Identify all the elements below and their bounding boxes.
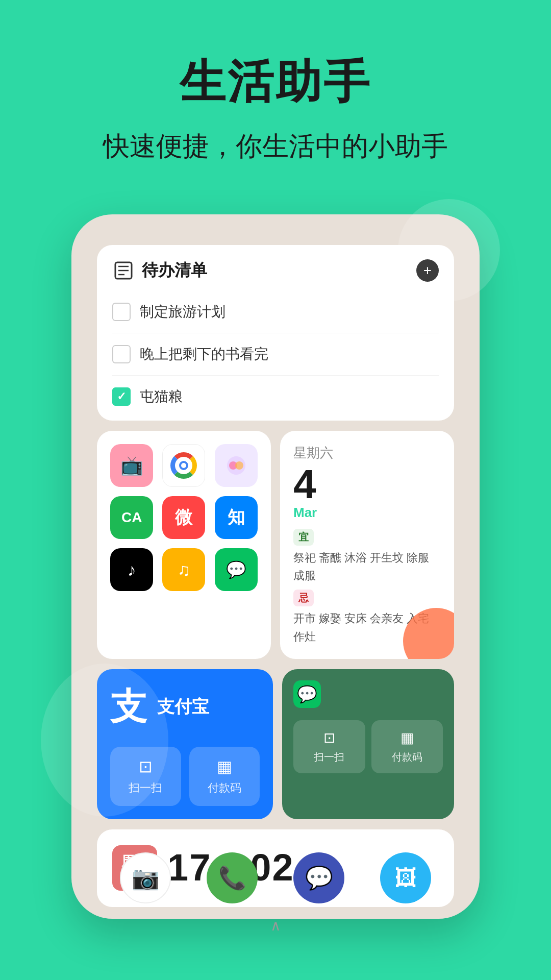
app-ca[interactable]: CA — [110, 496, 153, 539]
decorative-blob-top — [398, 199, 500, 301]
todo-item-1[interactable]: 制定旅游计划 — [112, 291, 439, 333]
yi-badge: 宜 — [293, 529, 314, 546]
gallery-icon: 🖼 — [394, 865, 417, 891]
app-grid: 📺 CA — [110, 444, 258, 591]
wechat-pay-button[interactable]: ▦ 付款码 — [371, 720, 443, 773]
camera-icon: 📷 — [132, 865, 160, 891]
todo-text-3: 屯猫粮 — [140, 387, 183, 406]
app-tiktok[interactable]: ♪ — [110, 548, 153, 591]
app-chrome[interactable] — [162, 444, 205, 487]
dock-camera[interactable]: 📷 — [120, 852, 171, 903]
app-subtitle: 快速便捷，你生活中的小助手 — [0, 129, 551, 164]
alipay-pay-label: 付款码 — [208, 780, 241, 796]
calendar-month: Mar — [293, 505, 441, 521]
calendar-widget: 星期六 4 Mar 宜 祭祀 斋醮 沐浴 开生坟 除服 成服 忌 开市 嫁娶 安… — [280, 431, 454, 659]
chevron-up[interactable]: ∧ — [97, 917, 454, 934]
bilibili-icon: 📺 — [120, 455, 143, 476]
wechat-icon: 💬 — [226, 560, 246, 579]
app-music[interactable]: ♫ — [162, 548, 205, 591]
message-icon: 💬 — [305, 865, 333, 891]
music-icon: ♫ — [178, 560, 191, 580]
app-zhihu[interactable]: 知 — [215, 496, 258, 539]
dock-message[interactable]: 💬 — [293, 852, 344, 903]
app-title: 生活助手 — [0, 51, 551, 113]
app-bilibili[interactable]: 📺 — [110, 444, 153, 487]
checkbox-3[interactable] — [112, 387, 131, 406]
calendar-weekday: 星期六 — [293, 444, 441, 462]
decorative-blob-bottom — [41, 664, 168, 817]
svg-point-6 — [235, 461, 243, 470]
wechat-pay-icon: 💬 — [297, 684, 317, 704]
dock-phone[interactable]: 📞 — [207, 852, 258, 903]
todo-text-2: 晚上把剩下的书看完 — [140, 345, 268, 364]
calendar-date: 4 — [293, 464, 316, 505]
wechat-pay-actions: ⊡ 扫一扫 ▦ 付款码 — [293, 720, 443, 773]
yi-items: 祭祀 斋醮 沐浴 开生坟 除服 成服 — [293, 549, 441, 584]
todo-header-left: 待办清单 — [112, 259, 207, 282]
todo-header: 待办清单 + — [112, 259, 439, 282]
wechat-pay-top: 💬 — [293, 680, 443, 708]
dock: 📷 📞 💬 🖼 — [71, 852, 480, 903]
apps-calendar-row: 📺 CA — [97, 431, 454, 659]
wechat-pay-logo: 💬 — [293, 680, 321, 708]
todo-item-3[interactable]: 屯猫粮 — [112, 376, 439, 406]
ca-icon: CA — [121, 509, 142, 526]
alipay-pay-icon: ▦ — [217, 757, 232, 776]
dock-gallery[interactable]: 🖼 — [380, 852, 431, 903]
wechat-scan-label: 扫一扫 — [314, 750, 344, 764]
phone-mockup: 待办清单 + 制定旅游计划 晚上把剩下的书看完 屯猫粮 📺 — [71, 214, 480, 919]
app-wechat[interactable]: 💬 — [215, 548, 258, 591]
todo-list-icon — [112, 259, 135, 282]
todo-item-2[interactable]: 晚上把剩下的书看完 — [112, 333, 439, 376]
weibo-icon: 微 — [175, 506, 192, 529]
app-stats[interactable] — [215, 444, 258, 487]
wechat-pay-code-icon: ▦ — [400, 729, 414, 746]
wechat-pay-widget[interactable]: 💬 ⊡ 扫一扫 ▦ 付款码 — [282, 669, 454, 819]
ji-badge: 忌 — [293, 590, 314, 606]
calendar-yi-block: 宜 祭祀 斋醮 沐浴 开生坟 除服 成服 — [293, 529, 441, 584]
todo-text-1: 制定旅游计划 — [140, 302, 226, 322]
todo-widget: 待办清单 + 制定旅游计划 晚上把剩下的书看完 屯猫粮 — [97, 245, 454, 421]
zhihu-icon: 知 — [228, 506, 245, 529]
phone-icon: 📞 — [218, 865, 246, 891]
checkbox-1[interactable] — [112, 303, 131, 321]
tiktok-icon: ♪ — [128, 560, 136, 580]
todo-title: 待办清单 — [142, 259, 207, 282]
wechat-pay-label: 付款码 — [392, 750, 422, 764]
alipay-pay-button[interactable]: ▦ 付款码 — [189, 747, 260, 806]
wechat-scan-icon: ⊡ — [323, 729, 335, 746]
wechat-scan-button[interactable]: ⊡ 扫一扫 — [293, 720, 365, 773]
app-weibo[interactable]: 微 — [162, 496, 205, 539]
checkbox-2[interactable] — [112, 345, 131, 363]
app-grid-widget: 📺 CA — [97, 431, 271, 659]
